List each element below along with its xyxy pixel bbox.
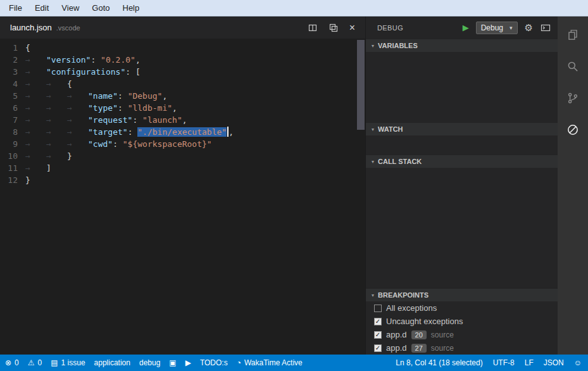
breakpoint-checkbox[interactable] [374,305,382,312]
tab-whitespace-icon: → [46,126,67,138]
status-wakatime[interactable]: ◔WakaTime Active [237,358,303,367]
status-language-mode[interactable]: JSON [544,358,564,367]
activity-bar [558,16,588,355]
code-token: "cwd" [88,139,113,149]
line-number: 5 [0,90,25,102]
status-text: debug [139,358,160,367]
open-preview-icon[interactable] [328,23,339,33]
tab-whitespace-icon: → [67,138,88,150]
code-line[interactable]: 11→] [0,162,365,174]
source-control-icon[interactable] [558,82,588,114]
status-eol[interactable]: LF [525,358,534,367]
code-line[interactable]: 4→→{ [0,78,365,90]
code-line[interactable]: 9→→→"cwd": "${workspaceRoot}" [0,138,365,150]
section-header-call-stack[interactable]: ▾CALL STACK [366,154,558,168]
status-issues[interactable]: ▤1 issue [51,358,85,367]
line-content: →] [25,162,365,174]
code-token: "0.2.0" [101,55,135,65]
play-icon: ▶ [185,359,191,367]
breakpoint-item[interactable]: ✓Uncaught exceptions [366,315,558,328]
status-task-debug[interactable]: debug [139,358,160,367]
status-text: Ln 8, Col 41 (18 selected) [396,358,482,367]
status-bar: ⊗0⚠0▤1 issueapplicationdebug▣▶TODO:s◔Wak… [0,355,588,371]
scrollbar-thumb[interactable] [357,40,365,130]
status-feedback[interactable]: ☺ [574,359,582,367]
code-line[interactable]: 12} [0,174,365,186]
code-token: : [125,67,135,77]
editor-actions: × [308,23,365,33]
status-todos[interactable]: TODO:s [200,358,228,367]
tab-whitespace-icon: → [25,114,46,126]
status-right: Ln 8, Col 41 (18 selected)UTF-8LFJSON☺ [396,358,582,367]
line-number: 6 [0,102,25,114]
menu-item-goto[interactable]: Goto [85,0,116,16]
code-line[interactable]: 2→"version": "0.2.0", [0,54,365,66]
search-icon[interactable] [558,51,588,82]
status-text: 1 issue [61,358,85,367]
section-header-variables[interactable]: ▾VARIABLES [366,39,558,52]
section-header-breakpoints[interactable]: ▾BREAKPOINTS [366,288,558,301]
code-line[interactable]: 3→"configurations": [ [0,66,365,78]
debug-icon[interactable] [558,114,588,146]
close-icon[interactable]: × [349,23,355,33]
breakpoint-source: source [431,344,454,353]
section-title: WATCH [378,125,403,133]
code-line[interactable]: 8→→→"target": "./bin/executable", [0,126,365,138]
code-token: "Debug" [128,91,163,101]
menu-item-edit[interactable]: Edit [28,0,55,16]
code-line[interactable]: 5→→→"name": "Debug", [0,90,365,102]
tab-whitespace-icon: → [25,162,46,174]
code-token: "target" [88,127,128,137]
status-task-application[interactable]: application [94,358,130,367]
explorer-icon[interactable] [558,19,588,51]
menu-item-view[interactable]: View [55,0,85,16]
menu-item-help[interactable]: Help [116,0,146,16]
split-editor-icon[interactable] [308,23,318,33]
status-encoding[interactable]: UTF-8 [493,358,515,367]
status-text: JSON [544,358,564,367]
line-content: →→→"cwd": "${workspaceRoot}" [25,138,365,150]
menu-item-file[interactable]: File [3,0,28,16]
code-token: ] [46,163,51,173]
status-warning-count[interactable]: ⚠0 [28,358,42,367]
section-body-breakpoints: All exceptions✓Uncaught exceptions✓app.d… [366,301,558,355]
status-file-indicator[interactable]: ▣ [169,359,176,367]
line-number-badge: 20 [411,330,427,339]
gear-icon[interactable]: ⚙ [525,23,533,32]
start-debug-icon[interactable]: ▶ [463,23,469,32]
line-content: →→→"name": "Debug", [25,90,365,102]
breakpoint-checkbox[interactable]: ✓ [374,344,382,352]
code-token: : [128,127,138,137]
tab-whitespace-icon: → [46,90,67,102]
breakpoint-checkbox[interactable]: ✓ [374,331,382,339]
code-line[interactable]: 6→→→"type": "lldb-mi", [0,102,365,114]
status-text: 0 [15,358,19,367]
debug-console-icon[interactable] [540,23,551,33]
code-line[interactable]: 1{ [0,42,365,54]
breakpoint-item[interactable]: ✓app.d27source [366,341,558,355]
breakpoint-checkbox[interactable]: ✓ [374,318,382,325]
code-line[interactable]: 7→→→"request": "launch", [0,114,365,126]
breakpoint-item[interactable]: ✓app.d20source [366,328,558,341]
status-run-task[interactable]: ▶ [185,359,191,367]
line-number: 1 [0,42,25,54]
section-header-watch[interactable]: ▾WATCH [366,122,558,135]
debug-sections: ▾VARIABLES▾WATCH▾CALL STACK▾BREAKPOINTSA… [366,39,558,355]
line-content: { [25,42,365,54]
tab-whitespace-icon: → [67,126,88,138]
status-cursor-position[interactable]: Ln 8, Col 41 (18 selected) [396,358,482,367]
smiley-icon: ☺ [574,359,582,367]
status-error-count[interactable]: ⊗0 [5,358,19,367]
tab-whitespace-icon: → [46,138,67,150]
warning-icon: ⚠ [28,359,35,367]
tab-whitespace-icon: → [25,150,46,162]
line-content: →→→"target": "./bin/executable", [25,126,365,138]
editor-group: launch.json .vscode × [0,16,365,355]
tab-launch-json[interactable]: launch.json .vscode [0,16,91,39]
debug-config-dropdown[interactable]: Debug ▾ [476,22,518,34]
tab-whitespace-icon: → [46,150,67,162]
code-line[interactable]: 10→→} [0,150,365,162]
code-editor[interactable]: 1{2→"version": "0.2.0",3→"configurations… [0,39,365,355]
code-token: : [118,91,128,101]
breakpoint-item[interactable]: All exceptions [366,301,558,315]
